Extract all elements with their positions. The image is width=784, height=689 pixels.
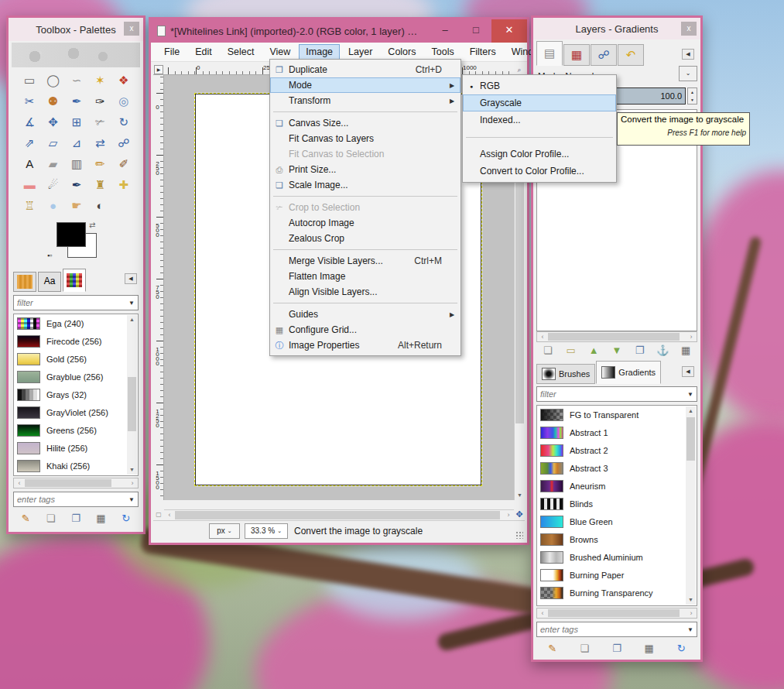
- tool-button[interactable]: ◯: [41, 70, 64, 91]
- menu-item[interactable]: ▦ Configure Grid... ▶: [270, 322, 460, 338]
- vertical-ruler[interactable]: 0250500750100012501500: [153, 75, 164, 500]
- palette-list-item[interactable]: Ega (240): [14, 314, 127, 332]
- close-icon[interactable]: x: [681, 22, 697, 36]
- menu-item[interactable]: ❏ Scale Image... ▶: [270, 177, 460, 193]
- action-button[interactable]: ▦: [92, 512, 109, 526]
- dock-tab[interactable]: ☍: [591, 44, 617, 66]
- scroll-left-icon[interactable]: ‹: [14, 478, 25, 488]
- action-button[interactable]: ❏: [576, 642, 593, 656]
- gradient-list-item[interactable]: Aneurism: [537, 477, 686, 495]
- menubar-item[interactable]: Filters: [463, 44, 503, 60]
- dock-tab[interactable]: ▤: [536, 41, 563, 66]
- tool-button[interactable]: ▥: [65, 154, 88, 175]
- menu-item[interactable]: Align Visible Layers... ▶: [270, 284, 460, 300]
- menu-item[interactable]: Fit Canvas to Layers ▶: [270, 131, 460, 146]
- tool-button[interactable]: ⚉: [41, 91, 64, 112]
- tool-button[interactable]: ✶: [88, 70, 111, 91]
- canvas-hscrollbar[interactable]: ‹ ›: [164, 509, 514, 520]
- action-button[interactable]: ❏: [539, 344, 556, 358]
- zoom-follow-window-icon[interactable]: ⌕: [514, 64, 525, 75]
- scrollbar-thumb[interactable]: [686, 417, 695, 461]
- dock-tab[interactable]: ▦: [563, 44, 590, 66]
- palette-list-item[interactable]: Khaki (256): [14, 457, 127, 475]
- action-button[interactable]: ❐: [67, 512, 84, 526]
- dock-tab[interactable]: ↶: [618, 44, 644, 66]
- tool-button[interactable]: ⇄: [88, 133, 111, 154]
- action-button[interactable]: ↻: [118, 512, 135, 526]
- foreground-color-swatch[interactable]: [56, 222, 86, 247]
- tool-button[interactable]: ▭: [18, 70, 41, 91]
- palette-list-item[interactable]: Grays (32): [14, 386, 127, 403]
- tool-button[interactable]: ✏: [88, 154, 111, 175]
- palette-list-item[interactable]: Firecode (256): [14, 332, 127, 350]
- menubar-item[interactable]: Image: [299, 44, 340, 60]
- tool-button[interactable]: ✐: [112, 154, 135, 175]
- collapse-arrow-icon[interactable]: ◀: [682, 49, 694, 60]
- image-titlebar[interactable]: *[Whitelines Link] (imported)-2.0 (RGB c…: [151, 19, 527, 43]
- gradient-filter-input[interactable]: filter▼: [536, 386, 697, 402]
- dock-tab[interactable]: [13, 272, 36, 292]
- menu-item[interactable]: ● ▶: [463, 129, 616, 146]
- menu-item[interactable]: ● Assign Color Profile... ▶: [463, 146, 616, 163]
- menu-item[interactable]: Autocrop Image ▶: [270, 215, 460, 231]
- scroll-right-icon[interactable]: ›: [686, 608, 697, 618]
- navigation-button[interactable]: ✥: [514, 509, 525, 520]
- collapse-arrow-icon[interactable]: ◀: [125, 273, 137, 284]
- tool-button[interactable]: ⊞: [65, 112, 88, 133]
- dock-tab[interactable]: [63, 269, 86, 292]
- menu-item[interactable]: ❏ Canvas Size... ▶: [270, 115, 460, 131]
- menu-item[interactable]: ▶: [270, 108, 460, 115]
- tags-input[interactable]: enter tags▼: [536, 622, 697, 637]
- scrollbar-thumb[interactable]: [25, 479, 111, 487]
- tool-button[interactable]: ☛: [65, 196, 88, 217]
- collapse-arrow-icon[interactable]: ◀: [682, 366, 694, 377]
- palette-list-item[interactable]: Grayblue (256): [14, 368, 127, 386]
- menubar-item[interactable]: File: [157, 44, 187, 60]
- scroll-left-icon[interactable]: ‹: [537, 332, 548, 341]
- tool-button[interactable]: ▰: [41, 154, 64, 175]
- gradients-hscrollbar[interactable]: ‹ ›: [536, 608, 697, 619]
- scroll-left-icon[interactable]: ‹: [537, 608, 548, 618]
- tool-button[interactable]: ✚: [112, 175, 135, 196]
- menu-item[interactable]: Guides ▶: [270, 307, 460, 322]
- gradient-list-item[interactable]: Abstract 2: [537, 441, 686, 459]
- menu-item[interactable]: ● RGB ▶: [463, 77, 616, 94]
- tags-input[interactable]: enter tags▼: [13, 492, 139, 507]
- scrollbar-thumb[interactable]: [548, 333, 680, 341]
- menu-item[interactable]: Mode ▶: [270, 77, 460, 93]
- tool-button[interactable]: ∽: [65, 70, 88, 91]
- tool-button[interactable]: ✃: [88, 112, 111, 133]
- menubar-item[interactable]: Layer: [341, 44, 379, 60]
- menu-item[interactable]: ❐ Duplicate Ctrl+D ▶: [270, 62, 460, 77]
- dock-tab[interactable]: Gradients: [596, 361, 661, 384]
- layers-titlebar[interactable]: Layers - Gradients x: [533, 18, 700, 39]
- palettes-scrollbar[interactable]: ▲ ▼: [127, 315, 137, 475]
- menu-item[interactable]: Transform ▶: [270, 93, 460, 108]
- gradient-list-item[interactable]: Abstract 1: [537, 423, 686, 441]
- menubar-item[interactable]: Edit: [188, 44, 219, 60]
- tool-button[interactable]: ▬: [18, 175, 41, 196]
- scrollbar-thumb[interactable]: [128, 377, 136, 431]
- layers-hscrollbar[interactable]: ‹ ›: [536, 331, 697, 342]
- unit-select[interactable]: px⌄: [209, 523, 240, 539]
- tool-button[interactable]: ✑: [88, 91, 111, 112]
- action-button[interactable]: ✎: [17, 512, 34, 526]
- maximize-button[interactable]: □: [460, 19, 491, 43]
- resize-grip[interactable]: [515, 531, 523, 539]
- scroll-left-icon[interactable]: ‹: [164, 510, 175, 520]
- gradients-scrollbar[interactable]: ▲ ▼: [686, 406, 696, 605]
- menu-item[interactable]: ✃ Crop to Selection ▶: [270, 200, 460, 215]
- tool-button[interactable]: ❖: [112, 70, 135, 91]
- gradient-list-item[interactable]: Blinds: [537, 495, 686, 512]
- dock-tab[interactable]: Brushes: [536, 364, 595, 384]
- swap-colors-icon[interactable]: ⇄: [89, 221, 95, 229]
- scrollbar-thumb[interactable]: [175, 511, 500, 519]
- scroll-down-icon[interactable]: ▼: [515, 491, 525, 500]
- menubar-item[interactable]: Tools: [424, 44, 460, 60]
- menubar-item[interactable]: Select: [221, 44, 262, 60]
- gradient-list-item[interactable]: Burning Paper: [537, 566, 686, 584]
- close-button[interactable]: ✕: [491, 19, 527, 43]
- scrollbar-thumb[interactable]: [548, 609, 680, 617]
- action-button[interactable]: ▭: [563, 344, 580, 358]
- menu-item[interactable]: ▶: [270, 193, 460, 200]
